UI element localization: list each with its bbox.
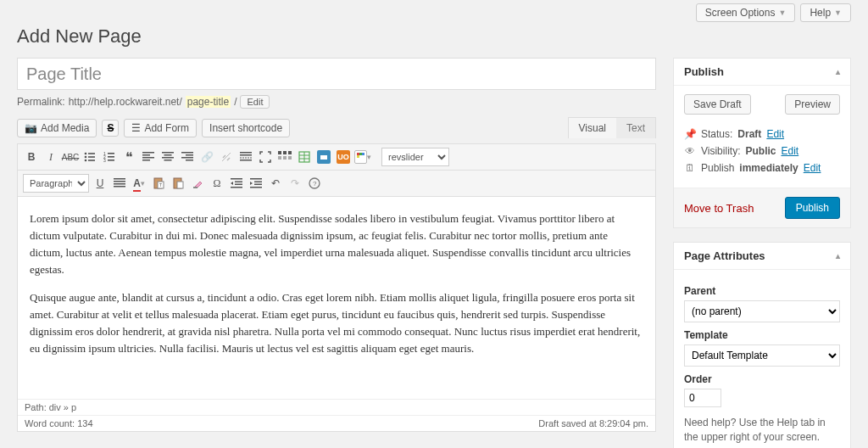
order-input[interactable] [684, 389, 721, 407]
color-picker-button[interactable]: ▾ [354, 148, 371, 165]
publish-box: Publish ▴ Save Draft Preview 📌 Status: D… [673, 58, 851, 228]
visibility-edit-link[interactable]: Edit [781, 145, 798, 157]
outdent-button[interactable] [228, 175, 245, 192]
svg-rect-59 [231, 187, 242, 188]
title-input[interactable] [17, 58, 656, 90]
bold-button[interactable]: B [23, 148, 40, 165]
move-to-trash-link[interactable]: Move to Trash [684, 202, 754, 215]
svg-text:?: ? [313, 180, 317, 188]
paste-text-button[interactable]: T [150, 175, 167, 192]
paste-word-button[interactable] [170, 175, 186, 192]
svg-rect-62 [254, 182, 262, 183]
editor: B I ABC 123 ❝ 🔗 UO [17, 143, 656, 432]
svg-rect-46 [114, 181, 125, 182]
special-char-button[interactable]: Ω [209, 175, 225, 192]
align-center-button[interactable] [159, 148, 176, 165]
svg-marker-56 [231, 182, 233, 185]
justify-button[interactable] [111, 175, 128, 192]
table-button[interactable] [296, 148, 313, 165]
add-form-button[interactable]: ☰Add Form [124, 119, 197, 137]
svg-rect-29 [278, 151, 281, 154]
svg-rect-47 [114, 183, 125, 185]
help-button[interactable]: Help ▼ [800, 3, 851, 22]
svg-rect-41 [357, 153, 359, 155]
undo-button[interactable]: ↶ [267, 175, 284, 192]
visibility-value: Public [745, 145, 776, 157]
tab-visual[interactable]: Visual [569, 118, 616, 138]
help-icon-button[interactable]: ? [306, 175, 323, 192]
svg-rect-18 [162, 157, 174, 159]
shortcode-label: Insert shortcode [209, 122, 282, 134]
clear-format-button[interactable] [189, 175, 206, 192]
align-left-button[interactable] [140, 148, 157, 165]
permalink-edit-button[interactable]: Edit [240, 95, 270, 109]
link-button[interactable]: 🔗 [198, 148, 215, 165]
svg-rect-48 [114, 186, 125, 188]
screen-options-button[interactable]: Screen Options ▼ [696, 3, 796, 22]
s-button[interactable]: S [102, 120, 119, 137]
publish-button[interactable]: Publish [785, 197, 840, 219]
schedule-edit-link[interactable]: Edit [804, 162, 821, 174]
strikethrough-button[interactable]: ABC [62, 148, 79, 165]
text-color-button[interactable]: A ▾ [131, 175, 147, 192]
svg-point-2 [85, 156, 87, 159]
pin-icon: 📌 [684, 128, 696, 140]
more-button[interactable] [237, 148, 254, 165]
help-label: Help [810, 7, 831, 19]
collapse-icon[interactable]: ▴ [836, 67, 840, 76]
page-attributes-box: Page Attributes ▴ Parent (no parent) Tem… [673, 242, 851, 448]
insert-shortcode-button[interactable]: Insert shortcode [202, 119, 290, 137]
window-button[interactable] [315, 148, 332, 165]
svg-rect-9 [108, 156, 114, 158]
page-title: Add New Page [17, 25, 851, 48]
svg-rect-15 [142, 160, 150, 161]
svg-rect-42 [359, 153, 362, 155]
template-select[interactable]: Default Template [684, 344, 840, 367]
publish-title: Publish [684, 65, 724, 78]
italic-button[interactable]: I [42, 148, 59, 165]
indent-button[interactable] [248, 175, 264, 192]
content-editor[interactable]: Lorem ipsum dolor sit amet, consectetur … [18, 197, 655, 399]
tab-text[interactable]: Text [616, 118, 655, 138]
attributes-title: Page Attributes [684, 249, 765, 262]
parent-select[interactable]: (no parent) [684, 300, 840, 322]
word-count: Word count: 134 [25, 418, 93, 428]
add-media-label: Add Media [41, 122, 89, 134]
svg-text:T: T [159, 182, 162, 188]
svg-rect-30 [283, 151, 287, 154]
uo-button[interactable]: UO [335, 148, 352, 165]
template-label: Template [684, 329, 840, 341]
path-bar: Path: div » p [18, 399, 655, 415]
toolbar-row-2: Paragraph U A ▾ T Ω ↶ ↷ ? [18, 171, 655, 197]
save-draft-button[interactable]: Save Draft [684, 94, 751, 115]
align-right-button[interactable] [179, 148, 196, 165]
attributes-help-text: Need help? Use the Help tab in the upper… [684, 416, 840, 445]
svg-rect-64 [250, 187, 262, 188]
status-edit-link[interactable]: Edit [766, 128, 784, 140]
permalink-base: http://help.rockwareit.net/ [69, 96, 182, 108]
svg-rect-16 [162, 152, 174, 154]
toolbar-toggle-button[interactable] [276, 148, 293, 165]
toolbar-row-1: B I ABC 123 ❝ 🔗 UO [18, 144, 655, 171]
svg-rect-34 [288, 156, 292, 160]
add-media-button[interactable]: 📷Add Media [17, 119, 97, 137]
preview-button[interactable]: Preview [785, 94, 840, 115]
svg-rect-14 [142, 157, 154, 159]
collapse-icon[interactable]: ▴ [836, 251, 840, 260]
unlink-button[interactable] [218, 148, 235, 165]
svg-rect-54 [193, 187, 198, 188]
paragraph-select[interactable]: Paragraph [23, 174, 89, 193]
svg-rect-11 [108, 160, 114, 161]
svg-rect-45 [114, 178, 125, 180]
fullscreen-button[interactable] [257, 148, 274, 165]
svg-rect-25 [240, 152, 252, 154]
visibility-label: Visibility: [701, 145, 740, 157]
underline-button[interactable]: U [92, 175, 108, 192]
blockquote-button[interactable]: ❝ [120, 148, 137, 165]
svg-rect-43 [362, 153, 364, 155]
redo-button[interactable]: ↷ [287, 175, 303, 192]
revslider-select[interactable]: revslider [381, 148, 449, 166]
numbered-list-button[interactable]: 123 [101, 148, 118, 165]
svg-rect-57 [235, 182, 242, 183]
bullet-list-button[interactable] [81, 148, 98, 165]
